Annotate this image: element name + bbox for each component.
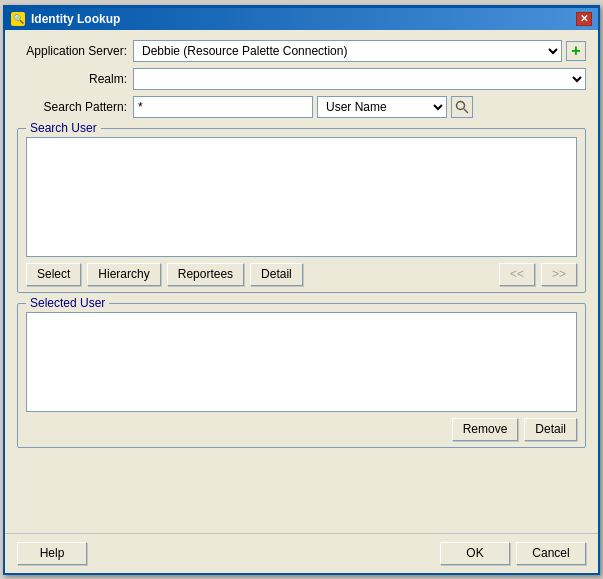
search-type-select[interactable]: User Name [317, 96, 447, 118]
search-user-title: Search User [26, 121, 101, 135]
search-icon [455, 100, 469, 114]
search-pattern-input[interactable] [133, 96, 313, 118]
footer-right: OK Cancel [440, 542, 586, 565]
svg-line-1 [464, 109, 468, 113]
realm-row: Realm: [17, 68, 586, 90]
realm-label: Realm: [17, 72, 127, 86]
realm-select[interactable] [133, 68, 586, 90]
window-title: Identity Lookup [31, 12, 120, 26]
realm-wrap [133, 68, 586, 90]
reportees-button[interactable]: Reportees [167, 263, 244, 286]
search-pattern-row: Search Pattern: User Name [17, 96, 586, 118]
selected-user-list[interactable] [26, 312, 577, 412]
detail-button[interactable]: Detail [250, 263, 303, 286]
window-icon: 🔍 [11, 12, 25, 26]
application-server-label: Application Server: [17, 44, 127, 58]
prev-button[interactable]: << [499, 263, 535, 286]
selected-user-buttons: Remove Detail [26, 418, 577, 441]
svg-point-0 [457, 101, 465, 109]
identity-lookup-dialog: 🔍 Identity Lookup ✕ Application Server: … [3, 5, 600, 575]
select-button[interactable]: Select [26, 263, 81, 286]
selected-user-title: Selected User [26, 296, 109, 310]
title-bar: 🔍 Identity Lookup ✕ [5, 8, 598, 30]
search-button[interactable] [451, 96, 473, 118]
search-pattern-label: Search Pattern: [17, 100, 127, 114]
dialog-content: Application Server: Debbie (Resource Pal… [5, 30, 598, 533]
search-user-list[interactable] [26, 137, 577, 257]
selected-detail-button[interactable]: Detail [524, 418, 577, 441]
hierarchy-button[interactable]: Hierarchy [87, 263, 160, 286]
selected-user-group: Selected User Remove Detail [17, 303, 586, 448]
remove-button[interactable]: Remove [452, 418, 519, 441]
close-button[interactable]: ✕ [576, 12, 592, 26]
title-bar-left: 🔍 Identity Lookup [11, 12, 120, 26]
search-user-buttons: Select Hierarchy Reportees Detail << >> [26, 263, 577, 286]
search-pattern-wrap: User Name [133, 96, 586, 118]
ok-button[interactable]: OK [440, 542, 510, 565]
cancel-button[interactable]: Cancel [516, 542, 586, 565]
next-button[interactable]: >> [541, 263, 577, 286]
footer: Help OK Cancel [5, 533, 598, 573]
search-user-group: Search User Select Hierarchy Reportees D… [17, 128, 586, 293]
application-server-wrap: Debbie (Resource Palette Connection) + [133, 40, 586, 62]
application-server-row: Application Server: Debbie (Resource Pal… [17, 40, 586, 62]
help-button[interactable]: Help [17, 542, 87, 565]
application-server-select[interactable]: Debbie (Resource Palette Connection) [133, 40, 562, 62]
add-server-button[interactable]: + [566, 41, 586, 61]
